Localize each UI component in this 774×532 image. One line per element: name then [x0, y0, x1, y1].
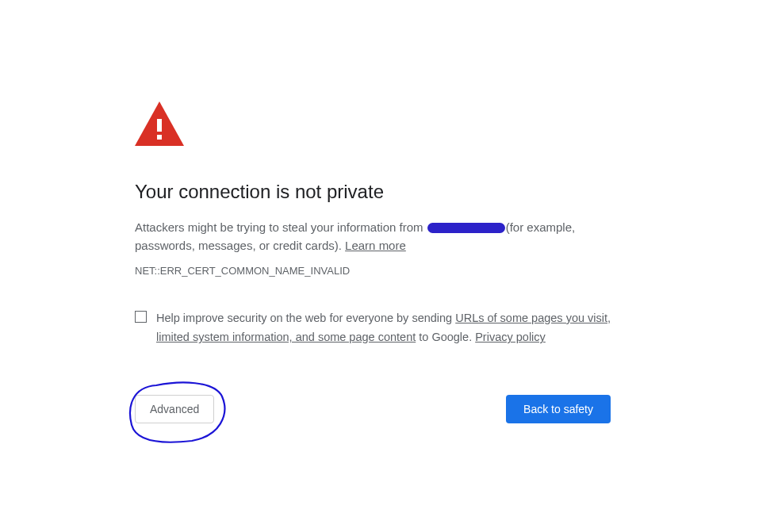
description-prefix: Attackers might be trying to steal your … — [135, 220, 427, 234]
optin-text: Help improve security on the web for eve… — [156, 308, 634, 347]
svg-rect-1 — [157, 119, 162, 132]
svg-rect-2 — [157, 135, 162, 140]
optin-middle: to Google. — [416, 331, 475, 343]
optin-row: Help improve security on the web for eve… — [135, 308, 634, 347]
error-description: Attackers might be trying to steal your … — [135, 218, 634, 255]
error-code: NET::ERR_CERT_COMMON_NAME_INVALID — [135, 265, 634, 277]
advanced-button-wrapper: Advanced — [135, 395, 214, 423]
optin-prefix: Help improve security on the web for eve… — [156, 312, 455, 324]
privacy-policy-link[interactable]: Privacy policy — [475, 331, 546, 343]
back-to-safety-button[interactable]: Back to safety — [506, 395, 611, 423]
advanced-button[interactable]: Advanced — [135, 395, 214, 423]
button-row: Advanced Back to safety — [135, 395, 611, 423]
redacted-hostname — [427, 223, 505, 233]
learn-more-link[interactable]: Learn more — [345, 239, 406, 252]
warning-triangle-icon — [135, 101, 634, 149]
optin-checkbox[interactable] — [135, 311, 147, 323]
error-title: Your connection is not private — [135, 179, 634, 204]
error-page: Your connection is not private Attackers… — [135, 101, 634, 423]
